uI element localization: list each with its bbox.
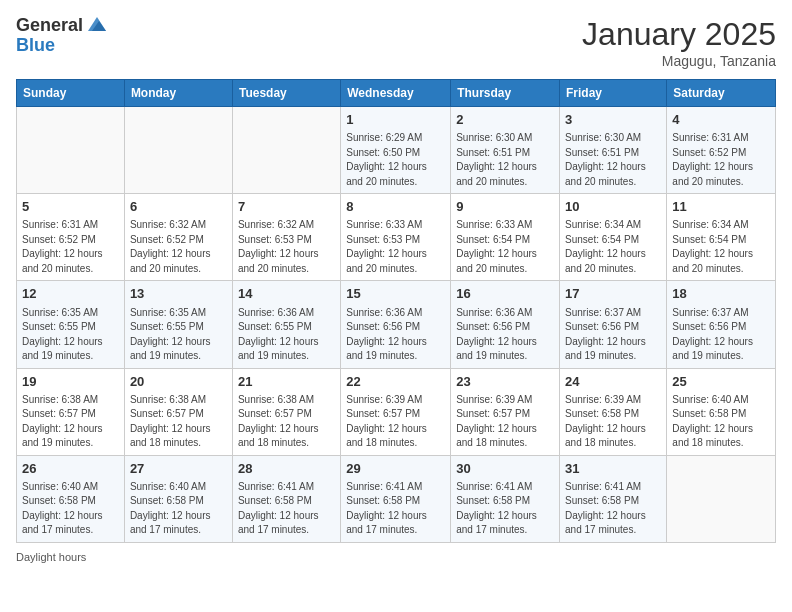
day-info: Sunrise: 6:32 AM Sunset: 6:52 PM Dayligh… [130,218,227,276]
calendar-week-row: 5Sunrise: 6:31 AM Sunset: 6:52 PM Daylig… [17,194,776,281]
day-of-week-header: Friday [560,80,667,107]
calendar-cell: 4Sunrise: 6:31 AM Sunset: 6:52 PM Daylig… [667,107,776,194]
day-number: 17 [565,285,661,303]
calendar-cell: 31Sunrise: 6:41 AM Sunset: 6:58 PM Dayli… [560,455,667,542]
day-info: Sunrise: 6:39 AM Sunset: 6:57 PM Dayligh… [346,393,445,451]
calendar-cell: 22Sunrise: 6:39 AM Sunset: 6:57 PM Dayli… [341,368,451,455]
day-number: 1 [346,111,445,129]
day-number: 16 [456,285,554,303]
day-info: Sunrise: 6:40 AM Sunset: 6:58 PM Dayligh… [672,393,770,451]
logo-general: General [16,16,83,36]
day-info: Sunrise: 6:34 AM Sunset: 6:54 PM Dayligh… [565,218,661,276]
calendar-cell: 10Sunrise: 6:34 AM Sunset: 6:54 PM Dayli… [560,194,667,281]
day-info: Sunrise: 6:37 AM Sunset: 6:56 PM Dayligh… [672,306,770,364]
logo-blue: Blue [16,36,55,56]
calendar-cell: 20Sunrise: 6:38 AM Sunset: 6:57 PM Dayli… [124,368,232,455]
day-info: Sunrise: 6:41 AM Sunset: 6:58 PM Dayligh… [346,480,445,538]
day-info: Sunrise: 6:35 AM Sunset: 6:55 PM Dayligh… [130,306,227,364]
day-info: Sunrise: 6:34 AM Sunset: 6:54 PM Dayligh… [672,218,770,276]
day-number: 15 [346,285,445,303]
day-number: 13 [130,285,227,303]
calendar-cell [232,107,340,194]
day-info: Sunrise: 6:39 AM Sunset: 6:58 PM Dayligh… [565,393,661,451]
calendar-week-row: 12Sunrise: 6:35 AM Sunset: 6:55 PM Dayli… [17,281,776,368]
day-number: 22 [346,373,445,391]
day-info: Sunrise: 6:33 AM Sunset: 6:53 PM Dayligh… [346,218,445,276]
day-number: 19 [22,373,119,391]
calendar-cell: 27Sunrise: 6:40 AM Sunset: 6:58 PM Dayli… [124,455,232,542]
calendar-cell: 25Sunrise: 6:40 AM Sunset: 6:58 PM Dayli… [667,368,776,455]
day-info: Sunrise: 6:32 AM Sunset: 6:53 PM Dayligh… [238,218,335,276]
day-number: 4 [672,111,770,129]
month-title: January 2025 [582,16,776,53]
day-number: 31 [565,460,661,478]
page-header: General Blue January 2025 Magugu, Tanzan… [16,16,776,69]
day-info: Sunrise: 6:39 AM Sunset: 6:57 PM Dayligh… [456,393,554,451]
day-info: Sunrise: 6:31 AM Sunset: 6:52 PM Dayligh… [22,218,119,276]
calendar-cell: 11Sunrise: 6:34 AM Sunset: 6:54 PM Dayli… [667,194,776,281]
day-info: Sunrise: 6:41 AM Sunset: 6:58 PM Dayligh… [456,480,554,538]
calendar-cell: 1Sunrise: 6:29 AM Sunset: 6:50 PM Daylig… [341,107,451,194]
day-info: Sunrise: 6:31 AM Sunset: 6:52 PM Dayligh… [672,131,770,189]
calendar-cell: 6Sunrise: 6:32 AM Sunset: 6:52 PM Daylig… [124,194,232,281]
day-number: 23 [456,373,554,391]
day-info: Sunrise: 6:36 AM Sunset: 6:56 PM Dayligh… [346,306,445,364]
day-info: Sunrise: 6:38 AM Sunset: 6:57 PM Dayligh… [238,393,335,451]
day-number: 18 [672,285,770,303]
calendar-cell: 8Sunrise: 6:33 AM Sunset: 6:53 PM Daylig… [341,194,451,281]
day-of-week-header: Thursday [451,80,560,107]
day-number: 20 [130,373,227,391]
day-of-week-header: Wednesday [341,80,451,107]
day-info: Sunrise: 6:38 AM Sunset: 6:57 PM Dayligh… [130,393,227,451]
calendar-cell: 2Sunrise: 6:30 AM Sunset: 6:51 PM Daylig… [451,107,560,194]
day-of-week-header: Monday [124,80,232,107]
calendar-cell: 26Sunrise: 6:40 AM Sunset: 6:58 PM Dayli… [17,455,125,542]
day-of-week-header: Tuesday [232,80,340,107]
logo: General Blue [16,16,108,56]
day-number: 21 [238,373,335,391]
calendar-header-row: SundayMondayTuesdayWednesdayThursdayFrid… [17,80,776,107]
calendar-cell: 17Sunrise: 6:37 AM Sunset: 6:56 PM Dayli… [560,281,667,368]
day-number: 8 [346,198,445,216]
day-info: Sunrise: 6:30 AM Sunset: 6:51 PM Dayligh… [565,131,661,189]
calendar-cell [17,107,125,194]
day-number: 27 [130,460,227,478]
day-info: Sunrise: 6:40 AM Sunset: 6:58 PM Dayligh… [22,480,119,538]
day-info: Sunrise: 6:37 AM Sunset: 6:56 PM Dayligh… [565,306,661,364]
day-number: 24 [565,373,661,391]
day-info: Sunrise: 6:41 AM Sunset: 6:58 PM Dayligh… [238,480,335,538]
calendar-cell: 5Sunrise: 6:31 AM Sunset: 6:52 PM Daylig… [17,194,125,281]
day-number: 29 [346,460,445,478]
day-info: Sunrise: 6:41 AM Sunset: 6:58 PM Dayligh… [565,480,661,538]
day-of-week-header: Saturday [667,80,776,107]
day-info: Sunrise: 6:33 AM Sunset: 6:54 PM Dayligh… [456,218,554,276]
daylight-hours-label: Daylight hours [16,551,86,563]
calendar-cell [124,107,232,194]
footer: Daylight hours [16,551,776,563]
calendar-cell [667,455,776,542]
day-number: 25 [672,373,770,391]
day-number: 14 [238,285,335,303]
calendar-cell: 13Sunrise: 6:35 AM Sunset: 6:55 PM Dayli… [124,281,232,368]
calendar-cell: 30Sunrise: 6:41 AM Sunset: 6:58 PM Dayli… [451,455,560,542]
day-info: Sunrise: 6:40 AM Sunset: 6:58 PM Dayligh… [130,480,227,538]
day-number: 6 [130,198,227,216]
calendar-week-row: 26Sunrise: 6:40 AM Sunset: 6:58 PM Dayli… [17,455,776,542]
day-number: 3 [565,111,661,129]
day-of-week-header: Sunday [17,80,125,107]
calendar-cell: 29Sunrise: 6:41 AM Sunset: 6:58 PM Dayli… [341,455,451,542]
calendar-cell: 14Sunrise: 6:36 AM Sunset: 6:55 PM Dayli… [232,281,340,368]
calendar-cell: 12Sunrise: 6:35 AM Sunset: 6:55 PM Dayli… [17,281,125,368]
calendar-table: SundayMondayTuesdayWednesdayThursdayFrid… [16,79,776,543]
day-number: 26 [22,460,119,478]
day-info: Sunrise: 6:36 AM Sunset: 6:56 PM Dayligh… [456,306,554,364]
calendar-cell: 28Sunrise: 6:41 AM Sunset: 6:58 PM Dayli… [232,455,340,542]
day-number: 10 [565,198,661,216]
calendar-cell: 16Sunrise: 6:36 AM Sunset: 6:56 PM Dayli… [451,281,560,368]
title-block: January 2025 Magugu, Tanzania [582,16,776,69]
day-info: Sunrise: 6:38 AM Sunset: 6:57 PM Dayligh… [22,393,119,451]
calendar-cell: 3Sunrise: 6:30 AM Sunset: 6:51 PM Daylig… [560,107,667,194]
day-number: 2 [456,111,554,129]
day-number: 7 [238,198,335,216]
calendar-cell: 18Sunrise: 6:37 AM Sunset: 6:56 PM Dayli… [667,281,776,368]
